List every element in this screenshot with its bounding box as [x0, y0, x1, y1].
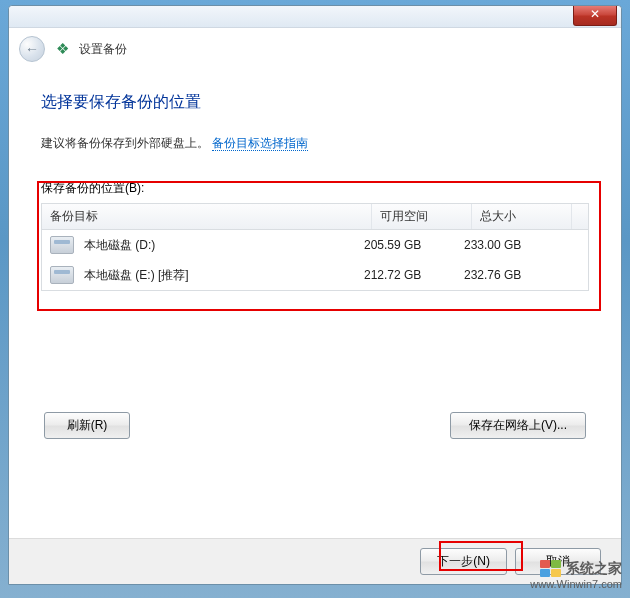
table-row[interactable]: 本地磁盘 (D:) 205.59 GB 233.00 GB: [42, 230, 588, 260]
disk-name: 本地磁盘 (E:) [推荐]: [84, 267, 189, 284]
hint-row: 建议将备份保存到外部硬盘上。 备份目标选择指南: [41, 135, 589, 152]
table-body: 本地磁盘 (D:) 205.59 GB 233.00 GB 本地磁盘 (E:) …: [42, 230, 588, 290]
page-title: 选择要保存备份的位置: [41, 92, 589, 113]
disk-icon: [50, 236, 74, 254]
cancel-button[interactable]: 取消: [515, 548, 601, 575]
footer-bar: 下一步(N) 取消: [9, 538, 621, 584]
save-network-button[interactable]: 保存在网络上(V)...: [450, 412, 586, 439]
section-label: 保存备份的位置(B):: [41, 180, 589, 197]
table-header: 备份目标 可用空间 总大小: [42, 204, 588, 230]
disk-free: 212.72 GB: [364, 268, 464, 282]
disk-total: 232.76 GB: [464, 268, 580, 282]
table-row[interactable]: 本地磁盘 (E:) [推荐] 212.72 GB 232.76 GB: [42, 260, 588, 290]
close-icon: ✕: [590, 7, 600, 21]
back-button[interactable]: ←: [19, 36, 45, 62]
button-row: 刷新(R) 保存在网络上(V)...: [44, 412, 586, 439]
refresh-button[interactable]: 刷新(R): [44, 412, 130, 439]
hint-link[interactable]: 备份目标选择指南: [212, 136, 308, 151]
backup-location-table: 备份目标 可用空间 总大小 本地磁盘 (D:) 205.59 GB 233.00…: [41, 203, 589, 291]
disk-free: 205.59 GB: [364, 238, 464, 252]
disk-name: 本地磁盘 (D:): [84, 237, 155, 254]
col-name[interactable]: 备份目标: [42, 204, 372, 229]
disk-icon: [50, 266, 74, 284]
header-title: 设置备份: [79, 41, 127, 58]
content-area: 选择要保存备份的位置 建议将备份保存到外部硬盘上。 备份目标选择指南 保存备份的…: [9, 70, 621, 291]
header-bar: ← ❖ 设置备份: [9, 28, 621, 70]
col-free[interactable]: 可用空间: [372, 204, 472, 229]
close-button[interactable]: ✕: [573, 6, 617, 26]
dialog-window: ✕ ← ❖ 设置备份 选择要保存备份的位置 建议将备份保存到外部硬盘上。 备份目…: [8, 5, 622, 585]
hint-text: 建议将备份保存到外部硬盘上。: [41, 136, 209, 150]
arrow-left-icon: ←: [25, 41, 39, 57]
next-button[interactable]: 下一步(N): [420, 548, 507, 575]
backup-icon: ❖: [53, 40, 71, 58]
disk-total: 233.00 GB: [464, 238, 580, 252]
col-total[interactable]: 总大小: [472, 204, 572, 229]
title-bar: ✕: [9, 6, 621, 28]
col-scroll: [572, 204, 588, 229]
